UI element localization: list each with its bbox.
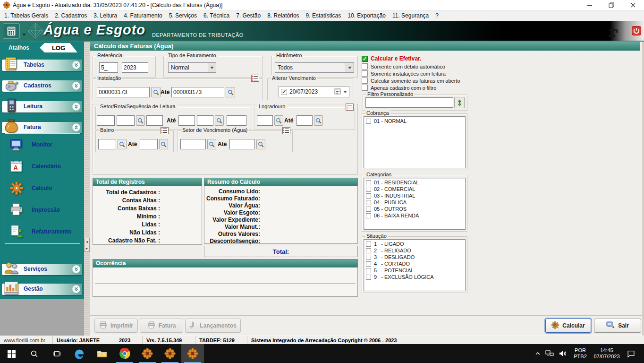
chevron-down-icon[interactable] xyxy=(72,82,80,90)
search-icon[interactable] xyxy=(136,115,145,126)
checkbox[interactable] xyxy=(366,268,371,273)
sequencia-to-input[interactable] xyxy=(227,115,246,126)
chevron-down-icon[interactable] xyxy=(208,63,216,72)
tray-expand-icon[interactable] xyxy=(533,344,543,363)
splitter-handle[interactable]: ◄ ► xyxy=(84,238,90,252)
log-tab[interactable]: LOG xyxy=(40,43,77,52)
option-faturas-aberto[interactable]: Calcular somente as faturas em aberto xyxy=(362,78,460,84)
sidebar-group-gestao[interactable]: Gestão xyxy=(2,284,82,295)
task-view-button[interactable] xyxy=(45,344,68,363)
calculator-icon[interactable] xyxy=(3,23,20,39)
situacao-item[interactable]: 5 - POTENCIAL xyxy=(364,267,465,274)
power-button[interactable] xyxy=(632,26,641,37)
sidebar-item-impressao[interactable]: Impressão xyxy=(5,199,80,221)
option-calcular-efetivar[interactable]: Calcular e Efetivar. xyxy=(362,55,421,62)
checkbox[interactable] xyxy=(362,78,368,84)
filtro-personalizado-input[interactable] xyxy=(365,97,453,108)
situacao-item[interactable]: 4 - CORTADO xyxy=(364,260,465,267)
chrome-icon[interactable] xyxy=(113,344,136,363)
cobranca-item[interactable]: 01 - NORMAL xyxy=(364,118,465,124)
chevron-down-icon[interactable] xyxy=(72,265,80,273)
categoria-item[interactable]: 02 - COMERCIAL xyxy=(364,186,465,192)
rota-to-input[interactable] xyxy=(197,115,213,126)
checkbox[interactable] xyxy=(366,200,371,205)
checkbox[interactable] xyxy=(366,275,371,280)
search-icon[interactable] xyxy=(226,87,235,97)
lancamentos-button[interactable]: Lançamentos xyxy=(185,319,241,333)
bairro-to-input[interactable] xyxy=(140,139,158,149)
sidebar-item-calendario[interactable]: A Calendário xyxy=(5,156,80,177)
taskbar-search-button[interactable] xyxy=(23,344,45,363)
setor-to-input[interactable] xyxy=(178,115,195,126)
categoria-item[interactable]: 04 - PUBLICA xyxy=(364,199,465,206)
file-explorer-icon[interactable] xyxy=(91,344,113,363)
list-icon[interactable] xyxy=(251,75,259,82)
sidebar-group-servicos[interactable]: Serviços xyxy=(2,264,82,275)
chevron-down-icon[interactable] xyxy=(343,91,347,93)
calcular-button[interactable]: Calcular xyxy=(545,319,591,333)
search-icon[interactable] xyxy=(159,139,168,149)
hidrometro-select[interactable]: Todos xyxy=(275,62,354,73)
sequencia-from-input[interactable] xyxy=(146,115,163,126)
situacao-item[interactable]: 2 - RELIGADO xyxy=(364,247,465,254)
list-icon[interactable] xyxy=(282,127,290,134)
restore-button[interactable] xyxy=(601,0,622,10)
list-icon[interactable] xyxy=(161,127,169,134)
vencimento-date-picker[interactable]: 20/07/2023 xyxy=(279,86,349,97)
bairro-from-input[interactable] xyxy=(98,139,116,149)
edge-browser-icon[interactable] xyxy=(68,344,91,363)
menu-seguranca[interactable]: 11. Segurança xyxy=(389,10,432,21)
sidebar-group-leitura[interactable]: Leitura xyxy=(2,101,82,112)
chevron-up-icon[interactable] xyxy=(72,123,80,131)
checkbox[interactable] xyxy=(366,248,371,253)
checkbox[interactable] xyxy=(362,63,368,69)
chevron-down-icon[interactable] xyxy=(346,63,354,72)
fatura-button[interactable]: Fatura xyxy=(140,319,183,333)
fiorilli-app-icon[interactable] xyxy=(159,344,181,363)
option-instalacoes-leitura[interactable]: Somente instalações com leitura xyxy=(362,70,446,77)
network-icon[interactable] xyxy=(543,344,556,363)
instalacao-from-input[interactable] xyxy=(97,87,150,97)
search-icon[interactable] xyxy=(215,115,224,126)
menu-exportacao[interactable]: 10. Exportação xyxy=(344,10,389,21)
menu-servicos[interactable]: 5. Serviços xyxy=(166,10,200,21)
list-icon[interactable] xyxy=(346,104,354,111)
imprimir-button[interactable]: Imprimir xyxy=(94,319,138,333)
checkbox[interactable] xyxy=(362,70,368,77)
fiorilli-app-icon[interactable] xyxy=(136,344,159,363)
situacao-item[interactable]: 3 - DESLIGADO xyxy=(364,254,465,260)
checkbox[interactable] xyxy=(366,255,371,260)
menu-help[interactable]: ? xyxy=(432,10,442,21)
checkbox[interactable] xyxy=(366,193,371,199)
tipo-faturamento-select[interactable]: Normal xyxy=(168,62,216,73)
start-button[interactable] xyxy=(0,344,23,363)
situacao-listbox[interactable]: 1 - LIGADO 2 - RELIGADO 3 - DESLIGADO 4 … xyxy=(364,239,466,291)
menu-tabelas-gerais[interactable]: 1. Tabelas Gerais xyxy=(1,10,51,21)
action-center-icon[interactable] xyxy=(622,344,639,363)
menu-tecnica[interactable]: 6. Técnica xyxy=(200,10,233,21)
logradouro-from-input[interactable] xyxy=(257,115,273,126)
situacao-item[interactable]: 1 - LIGADO xyxy=(364,241,465,247)
search-icon[interactable] xyxy=(118,139,127,149)
cobranca-listbox[interactable]: 01 - NORMAL xyxy=(364,116,466,168)
menu-gestao[interactable]: 7. Gestão xyxy=(233,10,264,21)
menu-cadastros[interactable]: 2. Cadastros xyxy=(51,10,90,21)
search-icon[interactable] xyxy=(207,139,216,149)
checkbox[interactable] xyxy=(366,187,371,192)
chevron-down-icon[interactable] xyxy=(72,285,80,293)
chevron-down-icon[interactable] xyxy=(72,61,80,69)
speaker-icon[interactable] xyxy=(556,344,569,363)
sidebar-splitter[interactable]: ◄ ► xyxy=(84,42,90,336)
categoria-item[interactable]: 06 - BAIXA RENDA xyxy=(364,212,465,219)
calendar-icon[interactable] xyxy=(334,88,341,96)
categoria-item[interactable]: 03 - INDUSTRIAL xyxy=(364,192,465,199)
sidebar-item-refaturamento[interactable]: Refaturamento xyxy=(5,221,80,242)
sidebar-tab-atalhos[interactable]: Atalhos xyxy=(8,44,29,51)
rota-from-input[interactable] xyxy=(117,115,135,126)
fiorilli-app-icon-active[interactable] xyxy=(181,344,204,363)
referencia-year-input[interactable] xyxy=(122,62,148,73)
add-filter-button[interactable] xyxy=(454,97,465,108)
sidebar-group-fatura[interactable]: Fatura xyxy=(2,122,82,133)
checkbox[interactable] xyxy=(362,56,368,62)
setor-vencimento-from-input[interactable] xyxy=(180,139,206,149)
